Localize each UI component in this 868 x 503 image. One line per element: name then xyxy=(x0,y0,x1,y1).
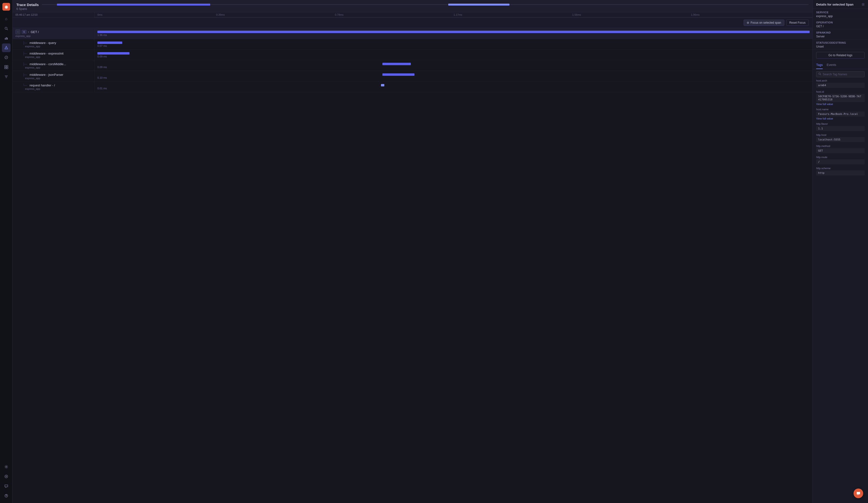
ruler-117ms: 1.17ms xyxy=(454,13,572,16)
span-duration: 0.09 ms xyxy=(97,66,810,69)
span-bar xyxy=(97,41,122,44)
sidebar-item-alerts[interactable] xyxy=(2,43,11,52)
span-duration: 0.07 ms xyxy=(97,44,810,47)
span-duration: 1.96 ms xyxy=(97,33,810,37)
collapse-panel-button[interactable]: ⊞ xyxy=(862,2,865,6)
svg-rect-9 xyxy=(7,66,8,67)
trace-title: Trace Details xyxy=(17,3,39,7)
table-row[interactable]: ├─ middleware - query express_app 0.07 m… xyxy=(12,39,813,50)
span-left-3: ├─ middleware - corsMiddle... express_ap… xyxy=(12,60,94,71)
tags-list: host.arch arm64 host.id 50CF0E70-5736-52… xyxy=(813,79,868,503)
tag-name-host-arch: host.arch xyxy=(816,79,865,82)
span-connector-icon: ├─ xyxy=(23,52,27,55)
table-row[interactable]: ├─ middleware - jsonParser express_app 0… xyxy=(12,71,813,82)
span-left-4: ├─ middleware - jsonParser express_app xyxy=(12,71,94,81)
span-name: request handler - / xyxy=(29,83,55,87)
focus-selected-span-button[interactable]: ⊜ Focus on selected span xyxy=(744,20,784,26)
span-right-root: 1.96 ms xyxy=(94,28,813,39)
table-row[interactable]: − 6 ▾ GET / express_app 1.96 ms xyxy=(12,28,813,39)
list-item: http.scheme http xyxy=(816,167,865,175)
sidebar-item-charts[interactable] xyxy=(2,34,11,42)
span-bar xyxy=(381,84,384,87)
view-full-host-name[interactable]: View full value xyxy=(816,117,865,120)
view-full-host-id[interactable]: View full value xyxy=(816,103,865,105)
span-left-5: └─ request handler - / express_app xyxy=(12,82,94,92)
span-right-3: 0.09 ms xyxy=(94,60,813,71)
sidebar-item-plugins[interactable] xyxy=(2,472,11,481)
span-name: middleware - corsMiddle... xyxy=(29,62,66,66)
statuscode-label: StatusCodeString xyxy=(816,41,865,44)
statuscode-section: StatusCodeString Unset xyxy=(813,39,868,50)
svg-point-15 xyxy=(6,466,7,467)
svg-point-19 xyxy=(819,73,820,74)
list-item: http.flavor 1.1 xyxy=(816,122,865,131)
span-right-1: 0.07 ms xyxy=(94,39,813,50)
sidebar-item-filters[interactable] xyxy=(2,72,11,81)
span-bar xyxy=(382,63,411,65)
tab-tags[interactable]: Tags xyxy=(816,61,823,69)
sidebar-item-help[interactable] xyxy=(2,491,11,500)
table-row[interactable]: ├─ middleware - expressInit express_app … xyxy=(12,50,813,60)
tag-name-host-id: host.id xyxy=(816,90,865,93)
ruler-156ms: 1.56ms xyxy=(572,13,691,16)
ruler-039ms: 0.39ms xyxy=(216,13,335,16)
span-expand-button[interactable]: − xyxy=(16,29,20,34)
left-sidebar: ◉ ⌂ xyxy=(0,0,12,503)
span-bar xyxy=(97,31,810,33)
ruler-196ms: 1.96ms xyxy=(691,13,810,16)
timeline-ruler: 0ms 0.39ms 0.78ms 1.17ms 1.56ms 1.96ms xyxy=(94,12,813,17)
span-service: express_app xyxy=(25,87,91,90)
span-right-4: 0.10 ms xyxy=(94,71,813,81)
span-connector-icon: ├─ xyxy=(23,41,27,45)
span-left-2: ├─ middleware - expressInit express_app xyxy=(12,50,94,60)
sidebar-item-explore[interactable] xyxy=(2,53,11,62)
list-item: http.host localhost:5555 xyxy=(816,133,865,142)
operation-value: GET / xyxy=(816,24,865,28)
svg-rect-4 xyxy=(7,38,8,40)
right-panel: Details for selected Span ⊞ Service expr… xyxy=(813,0,868,503)
span-name: middleware - query xyxy=(29,41,56,45)
trace-minimap xyxy=(42,2,809,7)
svg-line-20 xyxy=(820,74,821,75)
chat-bubble-button[interactable] xyxy=(854,489,863,498)
tag-name-host-name: host.name xyxy=(816,108,865,111)
sidebar-item-search[interactable] xyxy=(2,24,11,33)
list-item: http.route / xyxy=(816,156,865,164)
table-row[interactable]: └─ request handler - / express_app 0.01 … xyxy=(12,82,813,92)
service-value: express_app xyxy=(816,14,865,18)
right-panel-title: Details for selected Span xyxy=(816,3,854,6)
tag-name-http-flavor: http.flavor xyxy=(816,122,865,125)
tab-events[interactable]: Events xyxy=(827,61,836,69)
tag-value-host-id: 50CF0E70-5736-52D8-9EDB-7A7417005318 xyxy=(816,94,865,102)
svg-rect-11 xyxy=(7,67,8,69)
trace-timestamp: 05:46:17 am 12/10 xyxy=(16,13,38,16)
sidebar-item-home[interactable]: ⌂ xyxy=(2,14,11,23)
span-count-badge: 6 xyxy=(22,30,27,34)
ruler-078ms: 0.78ms xyxy=(335,13,454,16)
span-left-1: ├─ middleware - query express_app xyxy=(12,39,94,50)
tag-value-http-scheme: http xyxy=(816,170,865,175)
span-name: middleware - expressInit xyxy=(29,52,63,55)
span-right-2: 0.09 ms xyxy=(94,50,813,60)
span-list-container[interactable]: − 6 ▾ GET / express_app 1.96 ms ├─ middl… xyxy=(12,28,813,503)
tag-name-http-route: http.route xyxy=(816,156,865,159)
span-bar xyxy=(382,73,414,76)
span-connector-icon: ├─ xyxy=(23,62,27,66)
reset-focus-button[interactable]: Reset Focus xyxy=(786,20,809,26)
spankind-value: Server xyxy=(816,35,865,38)
span-duration: 0.09 ms xyxy=(97,55,810,58)
span-name: middleware - jsonParser xyxy=(29,73,63,77)
sidebar-item-chat[interactable] xyxy=(2,482,11,491)
sidebar-item-dashboards[interactable] xyxy=(2,63,11,71)
tag-value-http-flavor: 1.1 xyxy=(816,126,865,131)
table-row[interactable]: ├─ middleware - corsMiddle... express_ap… xyxy=(12,60,813,71)
go-to-related-logs-button[interactable]: Go to Related logs xyxy=(816,52,865,59)
search-tags-input[interactable] xyxy=(823,73,862,76)
span-bar xyxy=(97,52,130,54)
sidebar-item-settings[interactable] xyxy=(2,462,11,471)
trace-header: Trace Details 6 Spans xyxy=(12,0,813,12)
svg-rect-10 xyxy=(4,67,6,69)
sidebar-bottom xyxy=(2,462,11,500)
span-duration: 0.01 ms xyxy=(97,87,810,90)
app-logo[interactable]: ◉ xyxy=(2,3,10,11)
